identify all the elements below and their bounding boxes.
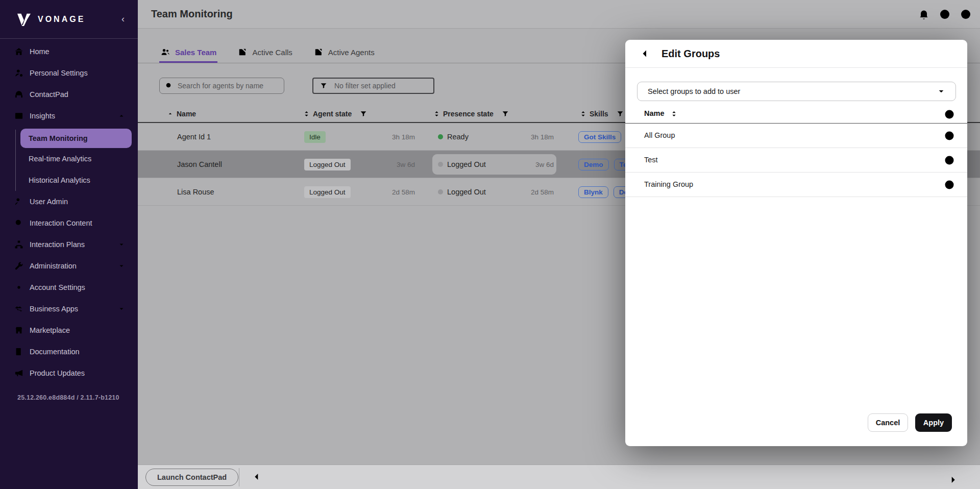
groups-select-dropdown[interactable]: Select groups to add to user	[637, 82, 956, 101]
scroll-left-icon[interactable]	[251, 471, 262, 482]
sort-icon	[434, 110, 439, 117]
agent-state-duration: 2d 58m	[364, 178, 415, 206]
sidebar-item-label: User Admin	[30, 198, 68, 206]
funnel-icon[interactable]	[616, 110, 624, 118]
groups-column-label: Name	[644, 109, 665, 117]
sidebar-item-account-settings[interactable]: Account Settings	[0, 277, 138, 298]
sort-icon	[580, 110, 586, 117]
funnel-icon[interactable]	[359, 110, 368, 118]
presence-dot-ready	[438, 134, 443, 139]
sidebar-item-label: Personal Settings	[30, 69, 88, 77]
sidebar-item-team-monitoring[interactable]: Team Monitoring	[20, 129, 132, 148]
chevron-up-icon	[118, 113, 125, 119]
column-label: Presence state	[443, 110, 494, 118]
launch-contactpad-button[interactable]: Launch ContactPad	[145, 469, 238, 486]
vonage-logo-icon	[16, 13, 32, 26]
presence-state: Logged Out	[447, 160, 486, 168]
sidebar-collapse-icon[interactable]: ‹	[118, 13, 128, 26]
presence-state: Ready	[447, 133, 469, 141]
sidebar-item-label: Home	[30, 47, 50, 56]
sidebar-item-business-apps[interactable]: Business Apps	[0, 298, 138, 320]
remove-group-icon[interactable]	[944, 179, 955, 190]
column-label: Agent state	[313, 110, 352, 118]
sidebar-item-label: Documentation	[30, 348, 80, 356]
external-link-icon	[237, 47, 248, 57]
sidebar-item-historical-analytics[interactable]: Historical Analytics	[0, 169, 138, 191]
sidebar-item-insights[interactable]: Insights	[0, 105, 138, 127]
column-label: Skills	[590, 110, 608, 118]
presence-duration: 3w 6d	[502, 151, 554, 178]
notifications-bell-icon[interactable]	[918, 8, 930, 20]
sidebar-item-label: Marketplace	[30, 326, 70, 334]
team-icon	[160, 47, 170, 57]
funnel-icon[interactable]	[501, 110, 509, 118]
brand-name: VONAGE	[38, 15, 118, 24]
chevron-down-icon	[118, 306, 125, 312]
skill-badge[interactable]: Blynk	[578, 186, 608, 198]
cancel-button[interactable]: Cancel	[868, 413, 908, 432]
sidebar-item-interaction-plans[interactable]: Interaction Plans	[0, 234, 138, 255]
account-icon[interactable]	[960, 8, 972, 20]
insights-subitems: Team Monitoring Real-time Analytics Hist…	[0, 129, 138, 191]
sort-icon[interactable]	[671, 110, 677, 117]
agent-state-duration: 3h 18m	[364, 123, 415, 151]
help-icon[interactable]	[939, 8, 951, 20]
tab-label: Active Calls	[252, 48, 292, 57]
home-icon	[14, 46, 24, 57]
app-root: VONAGE ‹ Home Personal Settings ContactP…	[0, 0, 980, 489]
agent-state-badge: Idle	[304, 131, 326, 143]
sidebar-item-label: Interaction Plans	[30, 240, 85, 249]
skill-badge[interactable]: Demo	[578, 159, 609, 170]
wrench-icon	[14, 261, 24, 271]
column-header-skills[interactable]: Skills	[580, 106, 624, 122]
sidebar-item-administration[interactable]: Administration	[0, 255, 138, 277]
sidebar-item-interaction-content[interactable]: Interaction Content	[0, 212, 138, 234]
apply-button[interactable]: Apply	[915, 413, 952, 432]
column-header-presence-state[interactable]: Presence state	[434, 106, 509, 122]
group-name: All Group	[644, 131, 675, 139]
bottom-bar-divider	[239, 468, 239, 486]
external-link-icon	[313, 47, 324, 57]
topbar-icons	[918, 0, 972, 29]
sidebar-item-contactpad[interactable]: ContactPad	[0, 84, 138, 105]
bottom-bar: Launch ContactPad	[138, 464, 980, 489]
tab-sales-team[interactable]: Sales Team	[159, 43, 217, 63]
sidebar-item-label: Real-time Analytics	[29, 155, 91, 163]
search-input[interactable]	[178, 82, 279, 90]
presence-duration: 2d 58m	[502, 178, 554, 206]
agent-name: Jason Cantell	[177, 151, 222, 178]
sidebar-item-user-admin[interactable]: User Admin	[0, 191, 138, 212]
remove-group-icon[interactable]	[944, 130, 955, 141]
filter-button[interactable]: No filter set applied	[312, 78, 434, 94]
tab-active-agents[interactable]: Active Agents	[312, 43, 376, 63]
remove-group-icon[interactable]	[944, 155, 955, 166]
topbar: Team Monitoring	[138, 0, 980, 29]
column-header-agent-state[interactable]: Agent state	[304, 106, 368, 122]
remove-all-icon[interactable]	[944, 109, 955, 120]
sidebar-item-marketplace[interactable]: Marketplace	[0, 320, 138, 341]
handshake-icon	[14, 304, 24, 314]
scroll-right-icon[interactable]	[947, 474, 959, 485]
sidebar-item-product-updates[interactable]: Product Updates	[0, 362, 138, 384]
skill-badge[interactable]: Got Skills	[578, 131, 621, 143]
panel-footer: Cancel Apply	[625, 399, 967, 446]
insights-icon	[14, 111, 24, 121]
chevron-down-icon	[118, 263, 125, 269]
sidebar-item-personal-settings[interactable]: Personal Settings	[0, 62, 138, 84]
agent-name: Lisa Rouse	[177, 178, 214, 206]
tab-active-calls[interactable]: Active Calls	[236, 43, 293, 63]
sidebar-item-realtime-analytics[interactable]: Real-time Analytics	[0, 148, 138, 169]
back-arrow-icon[interactable]	[641, 47, 653, 60]
column-header-name[interactable]: Name	[167, 106, 196, 122]
tab-label: Sales Team	[175, 48, 216, 57]
sidebar-item-label: Business Apps	[30, 305, 78, 313]
sidebar-brand-row: VONAGE ‹	[0, 0, 138, 39]
sidebar-item-documentation[interactable]: Documentation	[0, 341, 138, 362]
gear-icon	[14, 282, 24, 292]
panel-title: Edit Groups	[662, 48, 720, 60]
sort-icon	[304, 110, 309, 117]
headset-icon	[14, 89, 24, 100]
sidebar-item-home[interactable]: Home	[0, 41, 138, 62]
sidebar-item-label: ContactPad	[30, 90, 68, 99]
close-icon[interactable]	[944, 48, 954, 59]
